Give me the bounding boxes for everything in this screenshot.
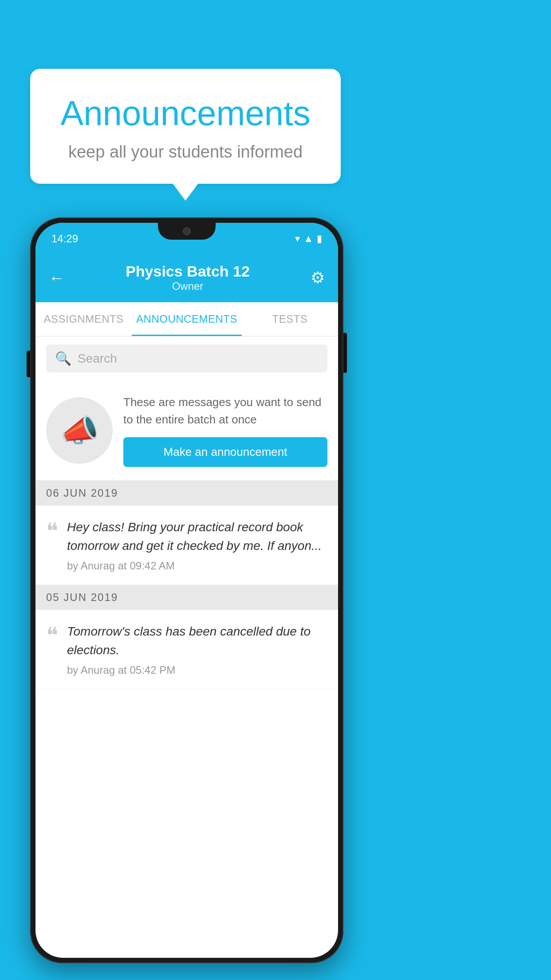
search-bar-section: 🔍 Search	[35, 336, 338, 380]
announcement-content-2: Tomorrow's class has been cancelled due …	[67, 622, 327, 676]
announcement-text-1: Hey class! Bring your practical record b…	[67, 518, 327, 555]
notch	[158, 223, 216, 240]
header-title: Physics Batch 12	[126, 263, 250, 280]
tab-tests[interactable]: TESTS	[242, 302, 338, 336]
search-input[interactable]: Search	[78, 352, 117, 366]
speech-bubble-section: Announcements keep all your students inf…	[30, 69, 341, 184]
tabs-bar: ASSIGNMENTS ANNOUNCEMENTS TESTS	[35, 302, 338, 336]
header-center: Physics Batch 12 Owner	[126, 263, 250, 292]
settings-button[interactable]: ⚙	[311, 269, 325, 287]
quote-icon-2: ❝	[46, 624, 58, 646]
battery-icon: ▮	[317, 233, 322, 245]
tab-announcements[interactable]: ANNOUNCEMENTS	[132, 302, 242, 336]
date-separator-1: 06 JUN 2019	[35, 481, 338, 506]
status-icons: ▾ ▲ ▮	[295, 233, 322, 245]
tab-assignments[interactable]: ASSIGNMENTS	[35, 302, 132, 336]
speech-bubble-title: Announcements	[57, 93, 314, 134]
speech-bubble-subtitle: keep all your students informed	[57, 142, 314, 162]
content-area: 🔍 Search 📣 These are messages you want t…	[35, 336, 338, 689]
promo-right: These are messages you want to send to t…	[123, 394, 327, 467]
speech-bubble: Announcements keep all your students inf…	[30, 69, 341, 184]
camera	[183, 227, 191, 235]
promo-description: These are messages you want to send to t…	[123, 394, 327, 428]
announcement-content-1: Hey class! Bring your practical record b…	[67, 518, 327, 572]
app-header: ← Physics Batch 12 Owner ⚙	[35, 255, 338, 302]
quote-icon-1: ❝	[46, 520, 58, 542]
search-input-wrapper[interactable]: 🔍 Search	[46, 344, 327, 372]
search-icon: 🔍	[55, 351, 71, 366]
announcement-item-2: ❝ Tomorrow's class has been cancelled du…	[35, 610, 338, 689]
back-button[interactable]: ←	[49, 269, 65, 287]
phone-outer: 14:29 ▾ ▲ ▮ ← Physics Batch 12 Owner ⚙	[30, 217, 343, 963]
status-time: 14:29	[51, 233, 78, 245]
header-subtitle: Owner	[126, 280, 250, 292]
phone-frame: 14:29 ▾ ▲ ▮ ← Physics Batch 12 Owner ⚙	[30, 217, 343, 963]
status-bar: 14:29 ▾ ▲ ▮	[35, 223, 338, 255]
announcement-text-2: Tomorrow's class has been cancelled due …	[67, 622, 327, 660]
announcement-item-1: ❝ Hey class! Bring your practical record…	[35, 506, 338, 585]
wifi-icon: ▾	[295, 233, 300, 245]
announcement-meta-1: by Anurag at 09:42 AM	[67, 560, 327, 572]
date-separator-2: 05 JUN 2019	[35, 585, 338, 610]
signal-icon: ▲	[303, 233, 313, 245]
megaphone-icon: 📣	[60, 412, 99, 449]
promo-icon-circle: 📣	[46, 397, 113, 464]
announcement-promo: 📣 These are messages you want to send to…	[35, 380, 338, 481]
make-announcement-button[interactable]: Make an announcement	[123, 437, 327, 467]
phone-screen: 14:29 ▾ ▲ ▮ ← Physics Batch 12 Owner ⚙	[35, 223, 338, 958]
announcement-meta-2: by Anurag at 05:42 PM	[67, 664, 327, 676]
